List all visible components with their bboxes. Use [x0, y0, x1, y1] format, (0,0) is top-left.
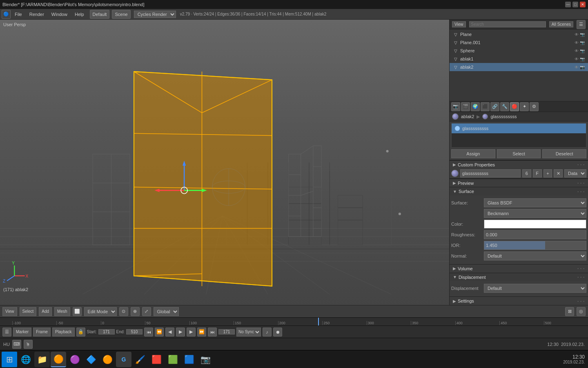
scene-props-icon[interactable]: 🎬	[461, 102, 470, 111]
global-select[interactable]: Global	[154, 307, 179, 316]
world-props-icon[interactable]: 🌍	[471, 102, 480, 111]
select-button[interactable]: Select	[497, 149, 541, 158]
displacement-section[interactable]: ▼ Displacement • • •	[450, 273, 588, 281]
material-fake-user-button[interactable]: F	[533, 169, 542, 177]
lock-icon[interactable]: 🔒	[76, 328, 85, 337]
frame-marker-btn[interactable]: Marker	[13, 328, 31, 337]
constraints-icon[interactable]: 🔗	[490, 102, 499, 111]
outliner-search[interactable]	[469, 21, 546, 27]
current-frame-input[interactable]: 171	[218, 329, 235, 334]
distribution-select[interactable]: Beckmann	[484, 209, 586, 218]
particles-icon[interactable]: ✦	[520, 102, 529, 111]
color-picker[interactable]	[484, 220, 586, 229]
visibility-icon[interactable]: 👁	[575, 49, 579, 53]
blender2-taskbar-icon[interactable]: 🟠	[100, 352, 115, 367]
displacement-select[interactable]: Default	[484, 284, 586, 293]
material-add-button[interactable]: +	[543, 169, 552, 177]
timeline-header-btn[interactable]: ☰	[2, 328, 11, 337]
pivot-icon[interactable]: ⊙	[119, 307, 128, 316]
object-props-icon[interactable]: ⬛	[481, 102, 490, 111]
menu-window[interactable]: Window	[48, 11, 71, 18]
forward-end-icon[interactable]: ⏭	[208, 328, 217, 337]
close-button[interactable]: ✕	[580, 2, 586, 7]
layout-selector[interactable]: Default	[90, 10, 110, 19]
photoshop-taskbar-icon[interactable]: 🔷	[83, 352, 99, 367]
viewport[interactable]: User Persp	[0, 20, 449, 305]
extra-taskbar-icon[interactable]: 📷	[198, 352, 213, 367]
surface-shader-select[interactable]: Glass BSDF	[484, 198, 586, 207]
roughness-field[interactable]: 0.000	[484, 230, 586, 239]
folder-taskbar-icon[interactable]: 📁	[34, 352, 50, 367]
mode-select[interactable]: Edit Mode	[84, 307, 117, 316]
custom-properties-section[interactable]: ▶ Custom Properties • • •	[450, 160, 588, 169]
menu-help[interactable]: Help	[71, 11, 87, 18]
settings-section[interactable]: ▶ Settings • • •	[450, 296, 588, 305]
paint-taskbar-icon[interactable]: 🖌️	[132, 352, 148, 367]
modifiers-icon[interactable]: 🔧	[500, 102, 509, 111]
playback-btn[interactable]: Playback	[52, 328, 75, 337]
visibility-icon[interactable]: 👁	[575, 40, 579, 45]
outliner-item-plane[interactable]: ▽ Plane 👁 📷	[450, 30, 588, 38]
render-icon[interactable]: 📷	[580, 40, 585, 45]
surface-section[interactable]: ▼ Surface • • •	[450, 187, 588, 195]
next-keyframe-icon[interactable]: ▶	[187, 328, 196, 337]
prev-frame-icon[interactable]: ⏪	[155, 328, 164, 337]
transform-icon[interactable]: ⤢	[142, 307, 151, 316]
browser-taskbar-icon[interactable]: 🌐	[18, 352, 33, 367]
render-icon[interactable]: 📷	[580, 32, 585, 37]
material-list-item[interactable]: glasssssssss	[452, 123, 586, 133]
end-frame-input[interactable]: 510	[126, 329, 143, 334]
gdrive-taskbar-icon[interactable]: G	[116, 352, 131, 367]
render-icon[interactable]: 📷	[580, 57, 585, 61]
proportional-icon[interactable]: ◎	[577, 307, 586, 316]
deselect-button[interactable]: Deselect	[542, 149, 586, 158]
select-menu-btn[interactable]: Select	[20, 307, 37, 316]
visibility-icon[interactable]: 👁	[575, 65, 579, 70]
mouse-icon[interactable]: 🖱	[24, 340, 33, 349]
visibility-icon[interactable]: 👁	[575, 32, 579, 37]
record-icon[interactable]: ⏺	[273, 328, 282, 337]
menu-file[interactable]: File	[11, 11, 25, 18]
prev-keyframe-icon[interactable]: ◀	[165, 328, 174, 337]
powerpoint-taskbar-icon[interactable]: 🟥	[149, 352, 164, 367]
rewind-start-icon[interactable]: ⏮	[144, 328, 153, 337]
outliner-item-sphere[interactable]: ▽ Sphere 👁 📷	[450, 47, 588, 55]
snap-icon[interactable]: ⊠	[565, 307, 574, 316]
premiere-taskbar-icon[interactable]: 🟣	[67, 352, 82, 367]
add-menu-btn[interactable]: Add	[39, 307, 52, 316]
outliner-item-ablak2[interactable]: ▽ ablak2 👁 📷	[450, 63, 588, 71]
outliner-filter-icon[interactable]: ☰	[577, 20, 586, 29]
physics-icon[interactable]: ⚙	[530, 102, 539, 111]
visibility-icon[interactable]: 👁	[575, 57, 579, 61]
breadcrumb-object[interactable]: ablak2	[461, 114, 474, 119]
outliner-view-btn[interactable]: View	[452, 21, 466, 27]
audio-icon[interactable]: ♪	[263, 328, 272, 337]
material-data-dropdown[interactable]: Data	[564, 169, 586, 177]
minimize-button[interactable]: —	[565, 2, 571, 7]
mesh-menu-btn[interactable]: Mesh	[54, 307, 70, 316]
outliner-item-plane001[interactable]: ▽ Plane.001 👁 📷	[450, 38, 588, 47]
sync-mode-select[interactable]: No Sync	[236, 328, 261, 337]
orientation-icon[interactable]: ⊕	[131, 307, 140, 316]
word-taskbar-icon[interactable]: 🟦	[181, 352, 197, 367]
start-frame-input[interactable]: 171	[98, 329, 115, 334]
volume-section[interactable]: ▶ Volume • • •	[450, 264, 588, 273]
preview-section[interactable]: ▶ Preview • • •	[450, 179, 588, 187]
blender-taskbar-icon[interactable]: 🟠	[51, 352, 66, 367]
windows-start-button[interactable]: ⊞	[2, 352, 17, 367]
breadcrumb-material[interactable]: glasssssssss	[490, 114, 517, 119]
mode-icon[interactable]: ⬜	[73, 307, 82, 316]
outliner-item-ablak1[interactable]: ▽ ablak1 👁 📷	[450, 55, 588, 63]
render-engine-select[interactable]: Cycles Render	[134, 11, 176, 18]
assign-button[interactable]: Assign	[451, 149, 495, 158]
material-remove-button[interactable]: ✕	[554, 169, 563, 177]
normal-select[interactable]: Default	[484, 251, 586, 260]
outliner-all-scenes[interactable]: All Scenes	[549, 21, 573, 27]
play-icon[interactable]: ▶	[176, 328, 185, 337]
render-icon[interactable]: 📷	[580, 65, 585, 70]
scene-selector[interactable]: Scene	[112, 10, 130, 19]
view-menu-btn[interactable]: View	[2, 307, 17, 316]
excel-taskbar-icon[interactable]: 🟩	[165, 352, 180, 367]
render-icon[interactable]: 📷	[580, 49, 585, 53]
menu-render[interactable]: Render	[26, 11, 47, 18]
